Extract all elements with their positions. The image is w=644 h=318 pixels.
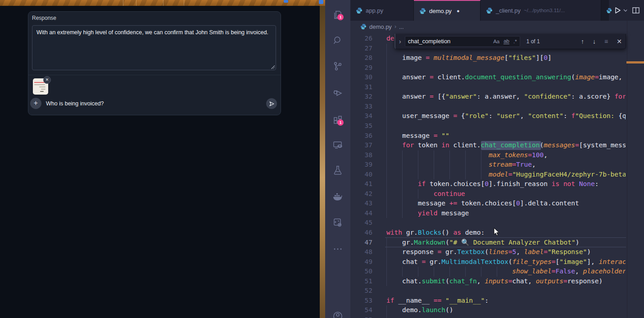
breadcrumb[interactable]: demo.py › ...	[350, 21, 626, 32]
more-views-icon[interactable]	[332, 244, 343, 254]
chat-input-text[interactable]: Who is being invoiced?	[46, 100, 104, 107]
find-widget: › Aa ab .* 1 of 1 ↑ ↓ ≡ ✕	[395, 34, 626, 49]
line-number[interactable]: 41	[350, 179, 372, 189]
code-line[interactable]: image = multimodal_message["files"][0]	[386, 53, 626, 63]
match-case-toggle[interactable]: Aa	[493, 39, 499, 44]
code-line[interactable]: max_tokens=100,	[386, 150, 626, 160]
send-button[interactable]	[266, 98, 277, 109]
find-results-count: 1 of 1	[526, 38, 540, 45]
find-collapse-chevron-icon[interactable]: ›	[399, 38, 401, 45]
line-number[interactable]: 27	[350, 44, 372, 54]
line-number[interactable]: 46	[350, 228, 372, 238]
python-icon	[360, 23, 367, 30]
line-number[interactable]: 38	[350, 150, 372, 160]
titlebar-favicon	[319, 0, 323, 4]
breadcrumb-tail[interactable]: ...	[399, 23, 404, 30]
explorer-badge: 1	[337, 14, 344, 20]
tab-label: demo.py	[429, 8, 452, 14]
regex-toggle[interactable]: .*	[513, 39, 517, 44]
code-line[interactable]: if __name__ == "__main__":	[386, 296, 626, 306]
add-file-button[interactable]: +	[30, 98, 41, 109]
line-number[interactable]: 43	[350, 199, 372, 209]
docker-icon[interactable]	[332, 191, 343, 202]
code-line[interactable]: gr.Markdown("# 🔍 Document Analyzer Chatb…	[386, 238, 626, 248]
run-debug-icon[interactable]	[332, 87, 343, 98]
line-number[interactable]: 51	[350, 277, 372, 286]
code-line[interactable]: show_label=False, placeholder="Upload an…	[386, 267, 626, 277]
line-number[interactable]: 28	[350, 53, 372, 63]
find-in-selection-icon[interactable]: ≡	[604, 38, 608, 45]
line-number[interactable]: 50	[350, 267, 372, 277]
minimap[interactable]	[627, 0, 644, 318]
code-line[interactable]: response = gr.Textbox(lines=5, label="Re…	[386, 247, 626, 257]
run-file-button[interactable]	[613, 6, 622, 15]
response-textarea[interactable]: With an extremely high level of confiden…	[32, 25, 276, 70]
code-line[interactable]: chat.submit(chat_fn, inputs=chat, output…	[386, 277, 626, 286]
whole-word-toggle[interactable]: ab	[503, 38, 509, 44]
line-number[interactable]: 37	[350, 141, 372, 150]
line-number[interactable]: 33	[350, 102, 372, 112]
tab-client-py[interactable]: _client.py ~/.../python3.11/...	[481, 0, 601, 21]
line-number[interactable]: 44	[350, 209, 372, 218]
line-number[interactable]: 52	[350, 286, 372, 296]
tools-file-gear-icon[interactable]	[332, 217, 343, 228]
code-line[interactable]: demo.launch()	[386, 305, 626, 315]
find-previous-icon[interactable]: ↑	[581, 38, 584, 45]
invoice-line	[34, 84, 45, 85]
remote-explorer-icon[interactable]	[332, 140, 343, 150]
line-number[interactable]: 30	[350, 73, 372, 82]
python-icon	[606, 8, 612, 14]
code-line[interactable]: stream=True,	[386, 160, 626, 170]
find-input[interactable]	[408, 38, 489, 45]
code-line[interactable]: with gr.Blocks() as demo:	[386, 228, 626, 238]
extensions-icon[interactable]: 1	[332, 115, 343, 126]
code-line[interactable]: continue	[386, 189, 626, 199]
code-line[interactable]: if token.choices[0].finish_reason is not…	[386, 179, 626, 189]
minimap-find-match-band	[626, 61, 644, 64]
find-close-icon[interactable]: ✕	[617, 38, 622, 45]
code-line[interactable]: model="HuggingFaceH4/zephyr-7b-beta"):	[386, 170, 626, 180]
line-number[interactable]: 45	[350, 218, 372, 228]
line-number[interactable]: 39	[350, 160, 372, 170]
tab-label: app.py	[366, 7, 383, 14]
tab-label: _client.py	[496, 7, 521, 14]
line-number[interactable]: 35	[350, 121, 372, 131]
code-line[interactable]: yield message	[386, 209, 626, 218]
search-icon[interactable]	[332, 35, 343, 46]
code-line[interactable]: message = ""	[386, 131, 626, 141]
python-icon	[356, 7, 363, 14]
line-number[interactable]: 49	[350, 257, 372, 267]
account-icon[interactable]	[332, 311, 343, 318]
line-number[interactable]: 32	[350, 92, 372, 102]
textarea-resize-handle[interactable]	[271, 65, 275, 69]
line-number[interactable]: 42	[350, 189, 372, 199]
line-number[interactable]: 36	[350, 131, 372, 141]
titlebar-separator	[184, 0, 184, 6]
unsaved-dot[interactable]: ●	[457, 8, 460, 14]
line-number[interactable]: 47	[350, 238, 372, 248]
breadcrumb-file[interactable]: demo.py	[369, 23, 392, 30]
line-number[interactable]: 54	[350, 305, 372, 315]
code-line[interactable]: user_message = {"role": "user", "content…	[386, 111, 626, 121]
code-line[interactable]: for token in client.chat_completion(mess…	[386, 141, 626, 150]
code-line[interactable]: chat = gr.MultimodalTextbox(file_types=[…	[386, 257, 626, 267]
find-next-icon[interactable]: ↓	[593, 38, 596, 45]
line-number[interactable]: 34	[350, 111, 372, 121]
tab-app-py[interactable]: app.py	[350, 0, 414, 21]
code-line[interactable]: message += token.choices[0].delta.conten…	[386, 199, 626, 209]
line-number[interactable]: 55	[350, 315, 372, 318]
tab-demo-py[interactable]: demo.py ●	[414, 0, 481, 21]
code-line[interactable]: answer = [{"answer": a.answer, "confiden…	[386, 92, 626, 102]
line-number[interactable]: 53	[350, 296, 372, 306]
explorer-icon[interactable]: 1	[332, 9, 343, 20]
line-number[interactable]: 31	[350, 82, 372, 92]
line-number[interactable]: 26	[350, 34, 372, 44]
line-number[interactable]: 48	[350, 247, 372, 257]
test-beaker-icon[interactable]	[332, 165, 343, 176]
python-icon	[419, 8, 426, 14]
remove-attachment-button[interactable]: ✕	[43, 76, 51, 84]
line-number[interactable]: 29	[350, 63, 372, 73]
line-number[interactable]: 40	[350, 170, 372, 180]
source-control-icon[interactable]	[332, 61, 343, 72]
code-line[interactable]: answer = client.document_question_answer…	[386, 73, 626, 82]
